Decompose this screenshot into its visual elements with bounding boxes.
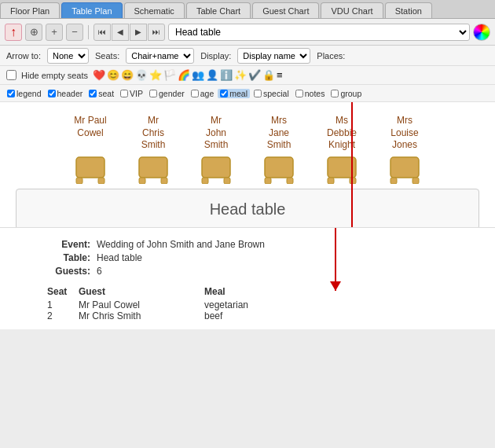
legend-checkbox-seat[interactable]	[89, 90, 97, 97]
legend-item-notes: notes	[293, 89, 328, 98]
guest-col-1: Mr PaulCowel	[59, 112, 122, 184]
svg-rect-17	[412, 178, 419, 184]
legend-checkbox-age[interactable]	[191, 90, 199, 97]
legend-label-special: special	[263, 89, 289, 98]
zoom-out-button[interactable]: −	[66, 24, 83, 41]
chair-icon-2	[122, 156, 185, 184]
zoom-in-button[interactable]: +	[46, 24, 63, 41]
tab-vdu-chart[interactable]: VDU Chart	[321, 2, 383, 18]
chair-icon-1	[59, 156, 122, 184]
guest-col-6: MrsLouiseJones	[373, 112, 436, 184]
guests-label: Guests:	[47, 266, 90, 277]
legend-label-age: age	[200, 89, 214, 98]
legend-item-header: header	[46, 89, 86, 98]
legend-checkbox-legend[interactable]	[7, 90, 15, 97]
tab-guest-chart[interactable]: Guest Chart	[252, 2, 319, 18]
table-select[interactable]: Head table	[168, 24, 470, 41]
legend-row: legend header seat VIP gender age meal s…	[0, 85, 495, 102]
display-select[interactable]: Display name First name Last name	[237, 48, 310, 64]
tab-table-plan[interactable]: Table Plan	[61, 2, 122, 18]
meal-col-header: Meal	[204, 286, 299, 297]
legend-item-group: group	[328, 89, 364, 98]
legend-item-legend: legend	[5, 89, 44, 98]
guest-col-4: MrsJaneSmith	[248, 112, 310, 184]
svg-rect-5	[161, 178, 167, 184]
arrow-up-button[interactable]: ↑	[5, 24, 22, 41]
color-wheel-icon[interactable]	[473, 24, 490, 41]
tab-floor-plan[interactable]: Floor Plan	[0, 2, 60, 18]
legend-checkbox-group[interactable]	[331, 90, 339, 97]
hide-empty-seats-label: Hide empty seats	[21, 71, 88, 80]
guest-name-6: MrsLouiseJones	[373, 112, 436, 152]
seat-guest-1: Mr Paul Cowel	[79, 299, 204, 310]
guests-row: Mr PaulCowel MrChrisSmith MrJohnSmith	[0, 102, 495, 184]
svg-rect-13	[328, 178, 334, 184]
tab-station[interactable]: Station	[385, 2, 432, 18]
seat-num-1: 1	[47, 299, 79, 310]
tab-bar: Floor Plan Table Plan Schematic Table Ch…	[0, 0, 495, 19]
guests-value: 6	[97, 266, 102, 277]
guest-col-5: MsDebbieKnight	[310, 112, 373, 184]
guests-row-info: Guests: 6	[47, 266, 479, 277]
happy-icon: 😄	[121, 69, 134, 81]
chair-icon-6	[373, 156, 436, 184]
chair-icon-4	[248, 156, 310, 184]
people-icon: 👥	[192, 69, 204, 81]
legend-label-legend: legend	[16, 89, 42, 98]
guest-name-2: MrChrisSmith	[122, 112, 185, 152]
svg-rect-8	[224, 178, 230, 184]
table-row-info: Table: Head table	[47, 252, 479, 263]
tab-table-chart[interactable]: Table Chart	[186, 2, 251, 18]
svg-rect-10	[265, 178, 271, 184]
seat-row-2: 2 Mr Chris Smith beef	[47, 310, 479, 321]
arrow-to-select[interactable]: None Table Seat	[47, 48, 89, 64]
nav-play-button[interactable]: ▶	[130, 24, 147, 41]
seat-col-header: Seat	[47, 286, 79, 297]
tab-schematic[interactable]: Schematic	[124, 2, 185, 18]
red-arrow-down	[335, 228, 336, 291]
hide-row: Hide empty seats ❤️ 😊 😄 💀 ⭐ 🏳️ 🌈 👥 👤 ℹ️ …	[0, 66, 495, 85]
svg-rect-11	[287, 178, 293, 184]
star2-icon: ✨	[234, 69, 247, 81]
seats-label: Seats:	[95, 51, 119, 61]
seat-guest-2: Mr Chris Smith	[79, 310, 204, 321]
legend-label-notes: notes	[305, 89, 325, 98]
svg-rect-4	[139, 178, 145, 184]
toolbar: ↑ ⊕ + − ⏮ ◀ ▶ ⏭ Head table	[0, 19, 495, 46]
guest-col-header: Guest	[79, 286, 204, 297]
legend-checkbox-header[interactable]	[48, 90, 56, 97]
legend-label-vip: VIP	[130, 89, 143, 98]
table-value: Head table	[97, 252, 142, 263]
seat-meal-2: beef	[204, 310, 299, 321]
rainbow-icon: 🌈	[178, 69, 190, 81]
legend-checkbox-vip[interactable]	[120, 90, 128, 97]
legend-checkbox-gender[interactable]	[149, 90, 157, 97]
hide-empty-seats-checkbox[interactable]	[6, 70, 16, 80]
skull-icon: 💀	[135, 69, 148, 81]
places-label: Places:	[317, 51, 345, 61]
zoom-fit-button[interactable]: ⊕	[25, 24, 42, 41]
guest-col-3: MrJohnSmith	[185, 112, 248, 184]
svg-rect-16	[390, 178, 397, 184]
table-label: Table:	[47, 252, 90, 263]
smile-icon: 😊	[107, 69, 119, 81]
info-panel: Event: Wedding of John Smith and Jane Br…	[0, 228, 495, 329]
event-row: Event: Wedding of John Smith and Jane Br…	[47, 239, 479, 250]
nav-group: ⏮ ◀ ▶ ⏭	[94, 24, 165, 41]
list-icon: ≡	[277, 69, 283, 81]
event-label: Event:	[47, 239, 90, 250]
svg-rect-3	[139, 157, 167, 178]
seat-row-1: 1 Mr Paul Cowel vegetarian	[47, 299, 479, 310]
seats-select[interactable]: Chair+name Chair only Name only	[126, 48, 194, 64]
nav-prev-button[interactable]: ◀	[112, 24, 129, 41]
nav-first-button[interactable]: ⏮	[94, 24, 111, 41]
nav-next-button[interactable]: ⏭	[148, 24, 165, 41]
legend-checkbox-notes[interactable]	[295, 90, 303, 97]
legend-item-gender: gender	[147, 89, 187, 98]
head-table-box: Head table	[16, 189, 479, 228]
legend-checkbox-special[interactable]	[254, 90, 262, 97]
legend-item-meal: meal	[218, 89, 250, 98]
svg-rect-7	[202, 178, 208, 184]
legend-checkbox-meal[interactable]	[220, 90, 228, 97]
event-value: Wedding of John Smith and Jane Brown	[97, 239, 265, 250]
